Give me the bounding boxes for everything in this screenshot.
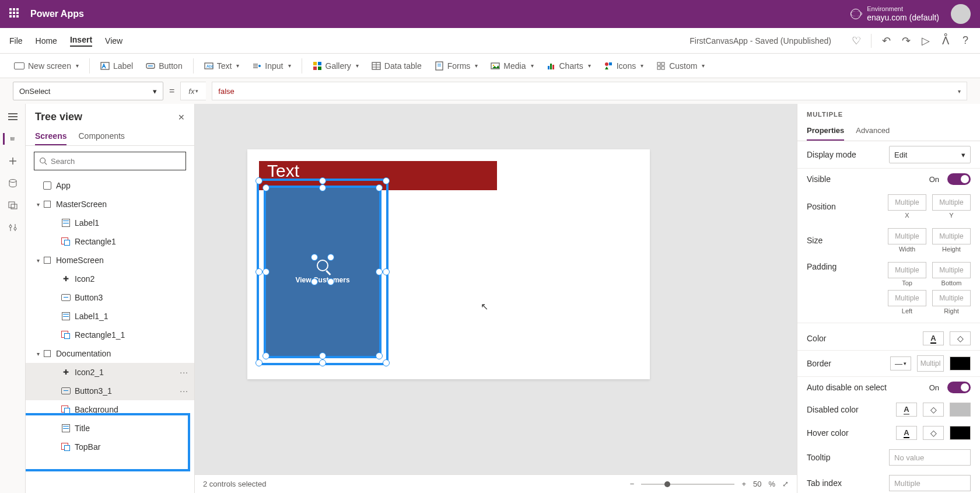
- insert-forms-dropdown[interactable]: Forms▾: [430, 59, 483, 73]
- border-width-input[interactable]: Multipl: [917, 355, 944, 372]
- formula-value: false: [218, 87, 234, 96]
- close-icon[interactable]: ✕: [178, 113, 185, 122]
- zoom-in-icon[interactable]: +: [741, 480, 746, 488]
- redo-icon[interactable]: ↷: [901, 36, 911, 46]
- tree-node-button3[interactable]: Button3: [26, 288, 194, 307]
- tree-node-title[interactable]: Title: [26, 419, 194, 438]
- tree-node-rectangle1-1[interactable]: Rectangle1_1: [26, 326, 194, 344]
- tree-node-icon2[interactable]: ✚Icon2: [26, 270, 194, 288]
- insert-gallery-dropdown[interactable]: Gallery▾: [308, 59, 363, 73]
- tab-advanced[interactable]: Advanced: [856, 121, 890, 141]
- tab-properties[interactable]: Properties: [807, 121, 844, 141]
- fill-color-button[interactable]: ◇: [950, 331, 971, 345]
- expand-formula-icon[interactable]: ▾: [958, 88, 961, 95]
- font-color-button[interactable]: A: [923, 331, 944, 345]
- insert-ribbon: New screen▾ Label Button AbcText▾ Input▾…: [0, 54, 980, 78]
- position-x-input[interactable]: Multiple: [888, 194, 926, 211]
- svg-rect-33: [10, 140, 14, 141]
- tree-node-homescreen[interactable]: ▾HomeScreen: [26, 251, 194, 270]
- position-y-input[interactable]: Multiple: [932, 194, 971, 211]
- cursor-icon: ↖: [481, 301, 488, 312]
- insert-icons-dropdown[interactable]: Icons▾: [599, 59, 648, 73]
- new-screen-button[interactable]: New screen▾: [9, 59, 83, 73]
- svg-point-36: [9, 180, 16, 183]
- insert-media-dropdown[interactable]: Media▾: [486, 59, 538, 73]
- fx-button[interactable]: fx▾: [180, 82, 206, 100]
- zoom-slider[interactable]: [641, 484, 734, 485]
- user-avatar[interactable]: [951, 4, 971, 24]
- tree-node-background[interactable]: Background: [26, 400, 194, 419]
- border-style-select[interactable]: —▾: [890, 356, 911, 370]
- app-checker-icon[interactable]: ♡: [851, 36, 862, 46]
- more-icon[interactable]: ···: [180, 386, 188, 396]
- globe-icon: [850, 9, 861, 19]
- insert-text-dropdown[interactable]: AbcText▾: [200, 59, 244, 73]
- fit-screen-icon[interactable]: ⤢: [782, 480, 789, 488]
- tree-search[interactable]: [34, 152, 186, 170]
- insert-label-button[interactable]: Label: [96, 59, 138, 73]
- disabled-font-color[interactable]: A: [896, 403, 917, 417]
- padding-bottom-input[interactable]: Multiple: [932, 262, 971, 278]
- search-input[interactable]: [51, 157, 181, 166]
- tab-index-input[interactable]: Multiple: [889, 475, 971, 491]
- svg-rect-37: [9, 202, 15, 208]
- property-selector[interactable]: OnSelect ▾: [13, 82, 163, 100]
- formula-input[interactable]: false ▾: [212, 82, 967, 100]
- design-canvas[interactable]: Text View Customers: [247, 149, 650, 379]
- tab-components[interactable]: Components: [78, 128, 124, 145]
- tree-node-topbar[interactable]: TopBar: [26, 438, 194, 456]
- tree-view-icon[interactable]: [3, 133, 15, 145]
- border-color-button[interactable]: [950, 356, 971, 370]
- tab-screens[interactable]: Screens: [35, 128, 66, 145]
- insert-datatable-button[interactable]: Data table: [367, 59, 426, 73]
- prop-auto-disable: Auto disable on select: [807, 383, 923, 392]
- size-height-input[interactable]: Multiple: [932, 228, 971, 244]
- padding-right-input[interactable]: Multiple: [932, 290, 971, 306]
- menu-insert[interactable]: Insert: [70, 35, 92, 47]
- hover-font-color[interactable]: A: [896, 426, 917, 440]
- tree-node-masterscreen[interactable]: ▾MasterScreen: [26, 195, 194, 214]
- disabled-border-color[interactable]: [950, 403, 971, 417]
- selection-inner-button[interactable]: View Customers: [264, 186, 382, 358]
- more-icon[interactable]: ···: [180, 368, 188, 377]
- insert-rail-icon[interactable]: [7, 155, 19, 167]
- padding-top-input[interactable]: Multiple: [888, 262, 926, 278]
- tree-node-label1-1[interactable]: Label1_1: [26, 307, 194, 326]
- menu-view[interactable]: View: [105, 36, 123, 46]
- undo-icon[interactable]: ↶: [881, 36, 891, 46]
- prop-hover-color: Hover color: [807, 428, 890, 438]
- padding-left-input[interactable]: Multiple: [888, 290, 926, 306]
- insert-custom-dropdown[interactable]: Custom▾: [652, 59, 709, 73]
- visible-toggle[interactable]: [947, 173, 971, 185]
- menu-file[interactable]: File: [9, 36, 23, 46]
- selection-outer[interactable]: View Customers: [257, 179, 388, 365]
- tree-node-documentation[interactable]: ▾Documentation: [26, 344, 194, 363]
- tree-node-icon2-1[interactable]: ✚Icon2_1···: [26, 363, 194, 382]
- tree-node-label1[interactable]: Label1: [26, 214, 194, 232]
- auto-disable-toggle[interactable]: [947, 382, 971, 393]
- tree-node-app[interactable]: App: [26, 176, 194, 195]
- insert-input-dropdown[interactable]: Input▾: [247, 59, 295, 73]
- share-icon[interactable]: ᐰ: [940, 36, 951, 46]
- svg-point-8: [258, 65, 261, 67]
- display-mode-select[interactable]: Edit▾: [889, 146, 971, 163]
- environment-selector[interactable]: Environment enayu.com (default): [850, 5, 939, 23]
- tree-node-rectangle1[interactable]: Rectangle1: [26, 232, 194, 251]
- advanced-tools-icon[interactable]: [7, 222, 19, 233]
- app-launcher-icon[interactable]: [9, 8, 21, 20]
- tree-node-button3-1[interactable]: Button3_1···: [26, 382, 194, 400]
- help-icon[interactable]: ?: [960, 36, 971, 46]
- media-rail-icon[interactable]: [7, 200, 19, 211]
- hover-border-color[interactable]: [950, 426, 971, 440]
- hamburger-icon[interactable]: [7, 111, 19, 123]
- tooltip-input[interactable]: No value: [889, 449, 971, 466]
- zoom-out-icon[interactable]: −: [630, 480, 635, 488]
- insert-charts-dropdown[interactable]: Charts▾: [542, 59, 596, 73]
- size-width-input[interactable]: Multiple: [888, 228, 926, 244]
- hover-fill-color[interactable]: ◇: [923, 426, 944, 440]
- insert-button-button[interactable]: Button: [141, 59, 187, 73]
- disabled-fill-color[interactable]: ◇: [923, 403, 944, 417]
- menu-home[interactable]: Home: [36, 36, 57, 46]
- play-icon[interactable]: ▷: [921, 36, 931, 46]
- data-rail-icon[interactable]: [7, 177, 19, 189]
